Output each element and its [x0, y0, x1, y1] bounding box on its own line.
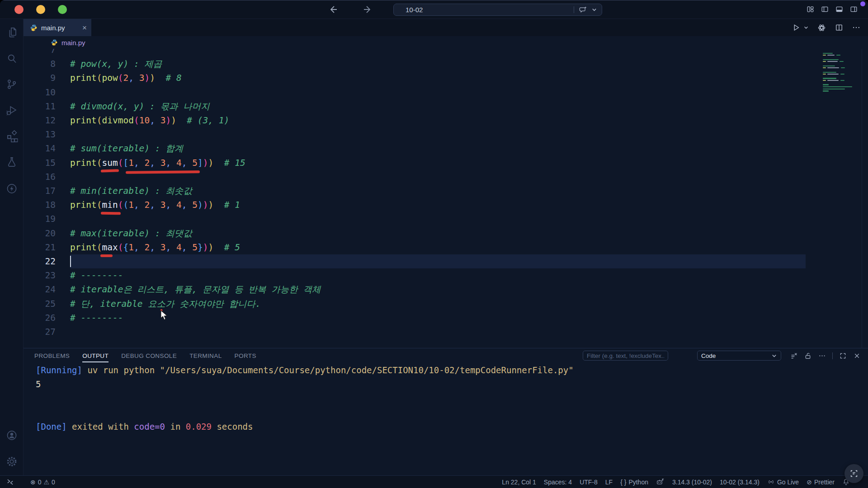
chevron-down-icon[interactable]: [591, 7, 597, 13]
code-line-12[interactable]: 12print(divmod(10, 3)) # (3, 1): [24, 113, 868, 127]
line-number: 8: [24, 57, 56, 71]
run-debug-icon[interactable]: [5, 104, 18, 117]
code-line-8[interactable]: 8# pow(x, y) : 제곱: [24, 57, 868, 71]
customize-layout-icon[interactable]: [806, 5, 815, 14]
code-line-19[interactable]: 19: [24, 212, 868, 226]
code-line-14[interactable]: 14# sum(iterable) : 합계: [24, 141, 868, 155]
problems-summary[interactable]: ⊗ 0 ⚠ 0: [30, 479, 55, 486]
line-text: # max(iterable) : 최댓값: [70, 226, 192, 240]
panel-tab-ports[interactable]: PORTS: [235, 352, 256, 359]
close-window-button[interactable]: [14, 5, 24, 14]
explorer-icon[interactable]: [5, 26, 18, 38]
line-number: 18: [24, 198, 56, 212]
code-line-7[interactable]: 7: [24, 49, 868, 57]
code-line-26[interactable]: 26# --------: [24, 311, 868, 325]
line-text: # --------: [70, 268, 123, 282]
output-line: [Done] exited with code=0 in 0.029 secon…: [36, 420, 253, 434]
close-panel-icon[interactable]: [853, 352, 861, 360]
tab-close-icon[interactable]: ×: [82, 24, 87, 32]
run-file-icon[interactable]: [792, 23, 801, 32]
panel-tab-debug-console[interactable]: DEBUG CONSOLE: [121, 352, 177, 359]
title-bar[interactable]: 10-02: [0, 0, 868, 19]
navigate-back-icon[interactable]: [328, 5, 338, 14]
indentation[interactable]: Spaces: 4: [544, 479, 572, 486]
testing-icon[interactable]: [5, 156, 18, 168]
tab-bar: main.py ×: [24, 19, 868, 36]
output-channel-select[interactable]: Code: [697, 351, 781, 361]
code-line-11[interactable]: 11# divmod(x, y) : 몫과 나머지: [24, 99, 868, 113]
screen-capture-overlay-button[interactable]: [844, 464, 863, 483]
toggle-primary-sidebar-icon[interactable]: [821, 5, 829, 14]
breadcrumb[interactable]: main.py: [24, 36, 868, 49]
code-line-17[interactable]: 17# min(iterable) : 최솟값: [24, 184, 868, 198]
code-line-18[interactable]: 18print(min((1, 2, 3, 4, 5))) # 1: [24, 198, 868, 212]
code-line-21[interactable]: 21print(max({1, 2, 3, 4, 5})) # 5: [24, 240, 868, 254]
vscode-window: 10-02: [0, 0, 868, 488]
code-line-15[interactable]: 15print(sum([1, 2, 3, 4, 5])) # 15: [24, 156, 868, 170]
copilot-chat-icon[interactable]: [579, 5, 587, 14]
maximize-panel-icon[interactable]: [839, 352, 847, 360]
minimap[interactable]: [823, 49, 859, 184]
chatgpt-extension-icon[interactable]: [817, 23, 826, 33]
minimap-line: [823, 66, 835, 66]
code-line-23[interactable]: 23# --------: [24, 268, 868, 282]
unlock-scroll-icon[interactable]: [804, 352, 812, 360]
toggle-panel-icon[interactable]: [835, 5, 844, 14]
breadcrumb-file[interactable]: main.py: [61, 39, 85, 47]
code-line-25[interactable]: 25# 단, iterable 요소가 숫자여야만 합니다.: [24, 297, 868, 311]
python-env[interactable]: 10-02 (3.14.3): [720, 479, 760, 486]
maximize-window-button[interactable]: [58, 5, 67, 14]
tab-label: main.py: [41, 24, 65, 32]
output-filter-input[interactable]: [583, 351, 668, 361]
panel-more-actions-icon[interactable]: [818, 352, 826, 360]
source-control-icon[interactable]: [5, 78, 18, 90]
more-actions-icon[interactable]: [852, 23, 861, 32]
panel-tab-terminal[interactable]: TERMINAL: [189, 352, 222, 359]
panel-tab-output[interactable]: OUTPUT: [82, 352, 108, 359]
toggle-secondary-sidebar-icon[interactable]: [849, 5, 858, 14]
code-line-20[interactable]: 20# max(iterable) : 최댓값: [24, 226, 868, 240]
tab-main-py[interactable]: main.py ×: [24, 19, 91, 36]
minimap-line: [823, 55, 826, 56]
clear-output-icon[interactable]: [790, 352, 798, 360]
line-number: 24: [24, 282, 56, 296]
code-editor[interactable]: 78# pow(x, y) : 제곱9print(pow(2, 3)) # 81…: [24, 49, 868, 348]
code-line-9[interactable]: 9print(pow(2, 3)) # 8: [24, 71, 868, 85]
remote-indicator-icon[interactable]: [6, 478, 14, 486]
eol-sequence[interactable]: LF: [605, 479, 613, 486]
navigate-forward-icon[interactable]: [363, 5, 373, 14]
minimap-line: [823, 80, 826, 81]
line-text: # iterable은 리스트, 튜플, 문자열 등 반복 가능한 객체: [70, 282, 321, 296]
python-interpreter[interactable]: 3.14.3 (10-02): [672, 479, 712, 486]
settings-gear-icon[interactable]: [5, 455, 18, 468]
output-content[interactable]: [Running] uv run python "/Users/suya/Doc…: [24, 363, 868, 475]
code-line-27[interactable]: 27: [24, 325, 868, 339]
encoding[interactable]: UTF-8: [580, 479, 598, 486]
search-icon[interactable]: [5, 52, 18, 65]
language-mode[interactable]: { } Python: [620, 479, 648, 486]
output-line: [Running] uv run python "/Users/suya/Doc…: [36, 363, 574, 377]
code-line-22[interactable]: 22: [24, 254, 868, 268]
extensions-icon[interactable]: [5, 130, 18, 142]
code-line-10[interactable]: 10: [24, 85, 868, 99]
accounts-icon[interactable]: [5, 429, 18, 441]
prettier-status[interactable]: ⊘ Prettier: [807, 479, 835, 486]
split-editor-icon[interactable]: [835, 23, 844, 32]
cursor-position[interactable]: Ln 22, Col 1: [502, 479, 536, 486]
command-center-search[interactable]: 10-02: [393, 4, 602, 16]
go-live-button[interactable]: Go Live: [767, 478, 799, 486]
code-line-13[interactable]: 13: [24, 127, 868, 141]
run-dropdown-chevron-icon[interactable]: [803, 25, 809, 30]
panel-tab-problems[interactable]: PROBLEMS: [34, 352, 70, 359]
thunder-client-icon[interactable]: [5, 183, 18, 195]
line-number: 26: [24, 311, 56, 325]
line-number: 14: [24, 141, 56, 155]
minimize-window-button[interactable]: [36, 5, 45, 14]
minimap-line: [823, 59, 839, 60]
minimap-line: [823, 61, 826, 62]
line-text: # pow(x, y) : 제곱: [70, 57, 162, 71]
robot-zzz-icon[interactable]: [656, 478, 665, 486]
panel-header: PROBLEMSOUTPUTDEBUG CONSOLETERMINALPORTS…: [24, 348, 868, 363]
code-line-24[interactable]: 24# iterable은 리스트, 튜플, 문자열 등 반복 가능한 객체: [24, 282, 868, 296]
minimap-line: [823, 78, 836, 79]
